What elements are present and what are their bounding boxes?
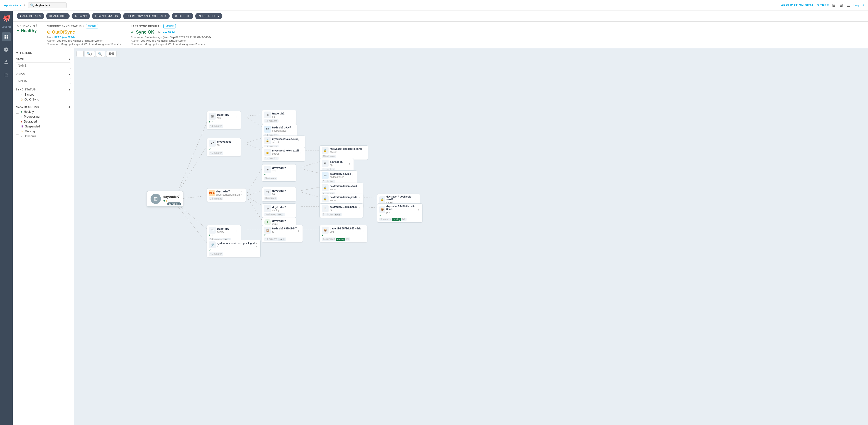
health-filter-healthy[interactable]: ♥ Healthy [16,110,71,113]
dt7-deploy-dots[interactable]: ⋮ [290,206,294,211]
dt7-sa-dots[interactable]: ⋮ [290,190,294,195]
node-daytrader7-pod[interactable]: 📦 daytrader7-7d8b8bcb46-85415 pod ⋮ ♥ 3 … [377,203,423,223]
ep-dots[interactable]: ⋮ [290,113,294,118]
health-filter-suspended[interactable]: ⏸ Suspended [16,125,71,128]
outofsync-checkbox[interactable] [16,98,19,101]
kinds-filter-input[interactable] [16,78,71,84]
svg-line-10 [247,191,262,196]
eps-dots[interactable]: ⋮ [291,127,295,132]
health-filter-degraded[interactable]: ♥ Degraded [16,120,71,123]
commit-link[interactable]: aac629d [162,30,175,34]
sync-more-button[interactable]: MORE [86,24,98,28]
zoom-out-button[interactable]: 🔍- [96,51,105,57]
node-daytrader7-rs[interactable]: 📋 daytrader7-7d8b8bcb46 rs ⋮ 3 minutes r… [319,203,363,218]
degraded-checkbox[interactable] [16,120,19,123]
head-commit-link[interactable]: HEAD (aac629d) [54,36,75,39]
node-mysvcacct-dockercfg[interactable]: 🔒 mysvcacct-dockercfg-xh7cl secret ⋮ 15 … [319,145,368,160]
zoom-in-button[interactable]: 🔍+ [85,51,95,57]
rb-dots[interactable]: ⋮ [254,243,258,247]
szzd2-dots[interactable]: ⋮ [414,197,418,202]
search-input[interactable] [35,3,64,7]
name-filter-input[interactable] [16,63,71,69]
sync-status-button[interactable]: ℹ SYNC STATUS [92,13,121,19]
app-diff-button[interactable]: ⊞ APP DIFF [46,13,70,19]
main-node[interactable]: ⊞ daytrader7 ♥ ⊙ 17 minutes ⋮ [147,191,183,207]
trade-rs-dots[interactable]: ⋮ [297,228,301,233]
sidebar-item-settings[interactable] [2,45,11,54]
last-sync-meta: Succeeded 3 minutes ago (Wed Sep 07 2022… [131,36,211,45]
filter-panel: ▼ FILTERS NAME ▲ KINDS ▲ [13,48,74,425]
refresh-button[interactable]: ↻ REFRESH ▾ [195,13,222,19]
unknown-checkbox[interactable] [16,135,19,138]
history-label: HISTORY AND ROLLBACK [130,14,166,18]
trade-db2-deploy-dots[interactable]: ⋮ [235,228,239,233]
healthy-checkbox[interactable] [16,110,19,113]
sync-button[interactable]: ↻ SYNC [71,13,90,19]
search-bar[interactable]: 🔍 [28,2,67,8]
node-trade-db2-pod[interactable]: 📦 trade-db2-6979db847-44zlv pod ⋮ ♥ 14 m… [319,225,367,242]
trade-pod-dots[interactable]: ⋮ [361,228,365,233]
main-node-sync: ⊙ [166,199,169,203]
logout-button[interactable]: Log out [854,3,864,7]
sync-filter-outofsync[interactable]: ⊙ OutOfSync [16,98,71,101]
fit-to-screen-button[interactable]: ⊡ [76,51,84,57]
sidebar-item-user[interactable] [2,58,11,67]
sync-filter-synced[interactable]: ✓ Synced [16,93,71,96]
node-trade-db2-svc[interactable]: ⊞ trade-db2 svc ⋮ ♥ ✓ [207,111,241,129]
kinds-filter-header[interactable]: KINDS ▲ [16,73,71,76]
node-daytrader7-sa[interactable]: 🛡 daytrader7 sa ⋮ 3 minutes [262,187,296,201]
health-filter-missing[interactable]: ⚠ Missing [16,130,71,133]
tree-view-icon[interactable]: ⊞ [831,2,837,8]
node-mysvcacct-token-szz5f[interactable]: 🔒 mysvcacct-token-szz5f secret ⋮ 15 minu… [262,147,305,162]
breadcrumb-applications[interactable]: Applications [4,3,21,7]
suspended-icon: ⏸ [21,125,24,128]
last-sync-more-button[interactable]: MORE [163,24,176,28]
trade-db2-svc-dots[interactable]: ⋮ [235,114,239,119]
health-filter-header[interactable]: HEALTH STATUS ▲ [16,105,71,108]
list-view-icon[interactable]: ☰ [846,2,851,8]
suspended-checkbox[interactable] [16,125,19,128]
dt7-pod-dots[interactable]: ⋮ [416,207,420,212]
sync-status-filter-header[interactable]: SYNC STATUS ▲ [16,88,71,91]
dt7-svc-dots[interactable]: ⋮ [290,167,294,172]
node-system-openshift[interactable]: 🔗 system:openshift:scc:privileged rb ⋮ ✓… [207,240,261,257]
breadcrumb-separator: / [24,3,25,7]
node-daytrader7-svc[interactable]: ⊞ daytrader7 svc ⋮ ♥ 3 minutes [262,164,296,182]
health-filter-label: HEALTH STATUS [16,105,39,108]
sidebar-item-apps[interactable] [2,32,11,41]
node-trade-db2-rs[interactable]: 📋 trade-db2-6979db847 rs ⋮ ♥ 14 minutes … [262,225,303,242]
delete-button[interactable]: ✕ DELETE [172,13,193,19]
jzwds-dots[interactable]: ⋮ [357,197,361,201]
node-mysvcacct[interactable]: 🛡 mysvcacct sa ⋮ ✓ 15 minutes [207,138,241,156]
missing-checkbox[interactable] [16,130,19,133]
ola-dots[interactable]: ⋮ [240,191,244,195]
node-ola[interactable]: OLA daytrader7 openlibertyapplication ⋮ … [207,188,246,202]
dt7-route-dots[interactable]: ⋮ [290,220,294,225]
rs-dots[interactable]: ⋮ [357,206,361,211]
dockercfg-dots[interactable]: ⋮ [362,148,366,153]
svg-line-11 [247,197,262,205]
health-filter-unknown[interactable]: ? Unknown [16,135,71,138]
main-node-dots[interactable]: ⋮ [178,193,181,196]
app-details-button[interactable]: ℹ APP DETAILS [17,13,44,19]
synced-checkbox[interactable] [16,93,19,96]
missing-icon: ⚠ [21,130,23,133]
progressing-checkbox[interactable] [16,115,19,119]
5fkvd-dots[interactable]: ⋮ [357,186,361,190]
k46nj-dots[interactable]: ⋮ [299,138,303,143]
name-filter-header[interactable]: NAME ▲ [16,58,71,61]
mysvcacct-dots[interactable]: ⋮ [235,141,239,145]
node-daytrader7-deploy[interactable]: ↻ daytrader7 deploy ⋮ 3 minutes rev:1 [262,203,296,218]
sidebar-item-docs[interactable] [2,71,11,79]
svg-rect-0 [5,35,6,37]
health-filter-progressing[interactable]: ○ Progressing [16,115,71,119]
outofsync-icon: ⊙ [21,98,23,101]
szz5f-dots[interactable]: ⋮ [299,150,303,155]
health-status-filter-section: HEALTH STATUS ▲ ♥ Healthy ○ Progressing [16,105,71,138]
history-rollback-button[interactable]: ↺ HISTORY AND ROLLBACK [123,13,170,19]
graph-area[interactable]: ⊡ 🔍+ 🔍- 80% [74,48,868,425]
grid-view-icon[interactable]: ⊟ [838,2,844,8]
node-trade-db2-ep[interactable]: ⊞ trade-db2 ep ⋮ 14 minutes [262,110,296,124]
6g7ms-dots[interactable]: ⋮ [351,173,355,178]
dt7-ep-dots[interactable]: ⋮ [348,161,351,166]
